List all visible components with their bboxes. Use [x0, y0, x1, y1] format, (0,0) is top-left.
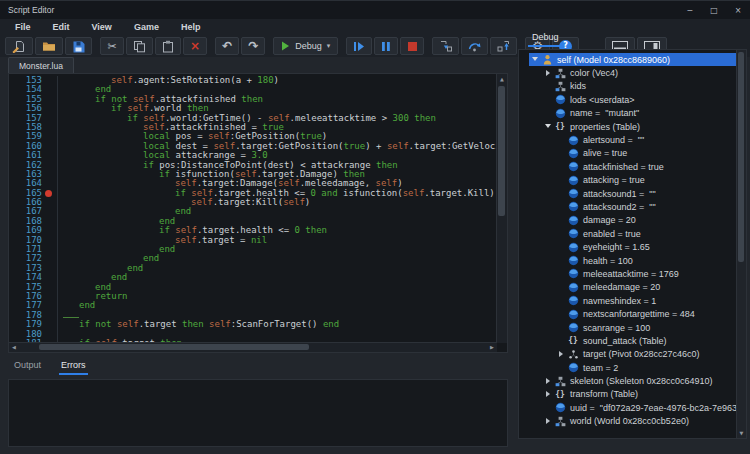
tree-row[interactable]: skeleton (Skeleton 0x28cc0c64910) [519, 374, 746, 387]
code-line[interactable]: 167end [9, 207, 497, 216]
breakpoint-gutter[interactable] [42, 114, 57, 123]
close-button[interactable]: × [726, 1, 750, 19]
code-line[interactable]: 166self.target:Kill(self) [9, 198, 497, 207]
tree-row[interactable]: {}properties (Table) [519, 120, 746, 133]
breakpoint-gutter[interactable] [42, 151, 57, 160]
tree-row[interactable]: eyeheight = 1.65 [519, 240, 746, 253]
breakpoint-gutter[interactable] [42, 226, 57, 235]
code-line[interactable]: 178 [9, 311, 497, 320]
tree-row[interactable]: lods <userdata> [519, 93, 746, 106]
breakpoint-gutter[interactable] [42, 311, 57, 320]
tree-row[interactable]: world (World 0x28cc0cb52e0) [519, 415, 746, 428]
code-line[interactable]: 159local pos = self:GetPosition(true) [9, 132, 497, 141]
tree-row[interactable]: self (Model 0x28cc8689060) [519, 53, 746, 66]
code-line[interactable]: 161local attackrange = 3.0 [9, 151, 497, 160]
scroll-left-icon[interactable]: ◀ [9, 342, 19, 352]
code-line[interactable]: 171end [9, 245, 497, 254]
new-script-button[interactable] [5, 37, 33, 55]
step-out-button[interactable] [490, 37, 517, 55]
expander-icon[interactable] [544, 377, 553, 386]
tree-row[interactable]: attacking = true [519, 174, 746, 187]
code-line[interactable]: 155if not self.attackfinished then [9, 95, 497, 104]
breakpoint-gutter[interactable] [42, 283, 57, 292]
paste-button[interactable] [155, 37, 181, 55]
open-button[interactable] [35, 37, 63, 55]
breakpoint-gutter[interactable] [42, 170, 57, 179]
breakpoint-gutter[interactable] [42, 161, 57, 170]
undo-button[interactable]: ↶ [215, 37, 239, 55]
tree-row[interactable]: attackfinished = true [519, 160, 746, 173]
expander-icon[interactable] [544, 417, 553, 426]
tree-row[interactable]: navmeshindex = 1 [519, 294, 746, 307]
code-line[interactable]: 180 [9, 330, 497, 339]
expander-icon[interactable] [544, 122, 553, 131]
code-line[interactable]: 175end [9, 283, 497, 292]
menu-game[interactable]: Game [123, 22, 170, 32]
cut-button[interactable]: ✂ [100, 37, 124, 55]
code-line[interactable]: 174end [9, 273, 497, 282]
expander-icon[interactable] [544, 69, 553, 78]
tree-scrollbar[interactable]: ▼ [736, 50, 746, 438]
tab-debug[interactable]: Debug [528, 32, 563, 47]
breakpoint-icon[interactable] [45, 190, 52, 197]
breakpoint-gutter[interactable] [42, 264, 57, 273]
breakpoint-gutter[interactable] [42, 207, 57, 216]
step-over-button[interactable] [461, 37, 488, 55]
debug-mode-dropdown[interactable]: Debug▾ [273, 37, 338, 55]
code-line[interactable]: 160local dest = self.target:GetPosition(… [9, 142, 497, 151]
tree-row[interactable]: alive = true [519, 147, 746, 160]
tree-scroll-thumb[interactable] [738, 52, 744, 262]
code-line[interactable]: 172end [9, 254, 497, 263]
breakpoint-gutter[interactable] [42, 330, 57, 339]
output-tab[interactable]: Output [12, 358, 43, 373]
breakpoint-gutter[interactable] [42, 273, 57, 282]
expander-icon[interactable] [557, 350, 566, 359]
scroll-right-icon[interactable]: ▶ [487, 342, 497, 352]
code-line[interactable]: 176return [9, 292, 497, 301]
expander-icon[interactable] [544, 390, 553, 399]
tree-row[interactable]: color (Vec4) [519, 66, 746, 79]
file-tab-monster-lua[interactable]: Monster.lua [8, 57, 74, 73]
errors-tab[interactable]: Errors [59, 358, 88, 375]
tree-scroll-down-icon[interactable]: ▼ [737, 428, 746, 438]
breakpoint-gutter[interactable] [42, 132, 57, 141]
vertical-scrollbar[interactable]: ▲ [496, 74, 507, 343]
tree-row[interactable]: attacksound2 = "" [519, 200, 746, 213]
tree-row[interactable]: health = 100 [519, 254, 746, 267]
tree-row[interactable]: attacksound1 = "" [519, 187, 746, 200]
code-line[interactable]: 154end [9, 85, 497, 94]
menu-edit[interactable]: Edit [42, 22, 81, 32]
code-line[interactable]: 156if self.world then [9, 104, 497, 113]
breakpoint-gutter[interactable] [42, 104, 57, 113]
redo-button[interactable]: ↷ [241, 37, 265, 55]
code-line[interactable]: 168end [9, 217, 497, 226]
step-into-button[interactable] [432, 37, 459, 55]
code-line[interactable]: 162if pos:DistanceToPoint(dest) < attack… [9, 161, 497, 170]
save-button[interactable] [65, 37, 92, 55]
copy-button[interactable] [126, 37, 153, 55]
breakpoint-gutter[interactable] [42, 292, 57, 301]
menu-help[interactable]: Help [170, 22, 212, 32]
code-line[interactable]: 179if not self.target then self:ScanForT… [9, 320, 497, 329]
code-line[interactable]: 153self.agent:SetRotation(a + 180) [9, 76, 497, 85]
tree-row[interactable]: team = 2 [519, 361, 746, 374]
minimize-button[interactable]: ─ [678, 1, 702, 19]
tree-row[interactable]: nextscanfortargettime = 484 [519, 307, 746, 320]
code-line[interactable]: 165if self.target.health <= 0 and isfunc… [9, 189, 497, 198]
vertical-scroll-thumb[interactable] [498, 86, 505, 216]
code-area[interactable]: 153self.agent:SetRotation(a + 180)154end… [9, 76, 497, 343]
scroll-up-icon[interactable]: ▲ [497, 74, 507, 84]
breakpoint-gutter[interactable] [42, 217, 57, 226]
breakpoint-gutter[interactable] [42, 95, 57, 104]
tree-row[interactable]: scanrange = 100 [519, 321, 746, 334]
code-line[interactable]: 177end [9, 301, 497, 310]
breakpoint-gutter[interactable] [42, 189, 57, 198]
code-line[interactable]: 164self.target:Damage(self.meleedamage, … [9, 179, 497, 188]
breakpoint-gutter[interactable] [42, 123, 57, 132]
breakpoint-gutter[interactable] [42, 85, 57, 94]
tree-row[interactable]: name = "mutant" [519, 107, 746, 120]
breakpoint-gutter[interactable] [42, 254, 57, 263]
code-line[interactable]: 157if self.world:GetTime() - self.meleea… [9, 114, 497, 123]
breakpoint-gutter[interactable] [42, 236, 57, 245]
code-line[interactable]: 158self.attackfinished = true [9, 123, 497, 132]
